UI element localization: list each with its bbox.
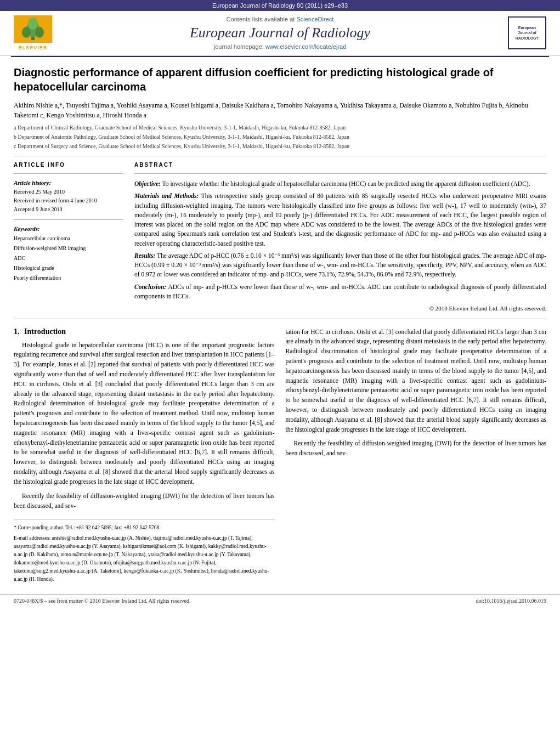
- bottom-bar: 0720-048X/$ – see front matter © 2010 El…: [0, 594, 560, 607]
- issn-text: 0720-048X/$ – see front matter © 2010 El…: [14, 598, 191, 604]
- article-info-heading: ARTICLE INFO: [14, 162, 123, 168]
- elsevier-text: ELSEVIER: [19, 45, 48, 50]
- right-para-placeholder: tation for HCC in cirrhosis. Oishi et al…: [286, 327, 547, 435]
- right-body-text: tation for HCC in cirrhosis. Oishi et al…: [286, 327, 547, 459]
- methods-text: This retrospective study group consisted…: [134, 193, 546, 246]
- revised-date: Received in revised form 4 June 2010: [14, 196, 123, 205]
- article-divider-1: [14, 156, 546, 156]
- abstract-section: ABSTRACT Objective: To investigate wheth…: [134, 162, 546, 313]
- keywords-divider: [14, 219, 123, 220]
- affiliations: a Department of Clinical Radiology, Grad…: [14, 123, 546, 150]
- body-divider: [14, 319, 546, 319]
- journal-header: ELSEVIER Contents lists available at Sci…: [0, 11, 560, 56]
- affiliation-a: a Department of Clinical Radiology, Grad…: [14, 123, 546, 132]
- intro-para2: Recently the feasibility of diffusion-we…: [14, 491, 275, 511]
- sciencedirect-link[interactable]: ScienceDirect: [296, 16, 333, 22]
- journal-center: Contents lists available at ScienceDirec…: [60, 15, 500, 50]
- body-section: 1. Introduction Histological grade in he…: [14, 327, 546, 586]
- accepted-date: Accepted 9 June 2010: [14, 205, 123, 214]
- journal-top-bar: European Journal of Radiology 80 (2011) …: [0, 0, 560, 11]
- affiliation-c: c Department of Surgery and Science, Gra…: [14, 142, 546, 150]
- footnotes: * Corresponding author. Tel.: +81 92 642…: [14, 519, 275, 584]
- abstract-heading: ABSTRACT: [134, 162, 546, 168]
- abstract-conclusion: Conclusion: ADCs of mp- and p-HCCs were …: [134, 282, 546, 302]
- email-addresses: anishie@radiol.med.kyushu-u.ac.jp (A. Ni…: [14, 535, 269, 582]
- abstract-results: Results: The average ADC of p-HCC (0.76 …: [134, 251, 546, 280]
- conclusion-text: ADCs of mp- and p-HCCs were lower than t…: [134, 284, 546, 299]
- elsevier-logo: ELSEVIER: [11, 15, 55, 50]
- results-text: The average ADC of p-HCC (0.76 ± 0.10 × …: [134, 252, 546, 278]
- keywords-list: Hepatocellular carcinoma Diffusion-weigh…: [14, 234, 123, 283]
- abstract-objective: Objective: To investigate whether the hi…: [134, 179, 546, 189]
- recently-text: Recently: [294, 440, 316, 446]
- ejr-logo-box: EuropeanJournal ofRADIOLOGY: [508, 16, 546, 49]
- article-info-section: ARTICLE INFO Article history: Received 2…: [14, 162, 123, 283]
- intro-body: Histological grade in hepatocellular car…: [14, 341, 275, 511]
- intro-title: Introduction: [24, 327, 66, 336]
- right-para-2: Recently the feasibility of diffusion-we…: [286, 439, 547, 459]
- article-content: Diagnostic performance of apparent diffu…: [0, 57, 560, 594]
- page-wrapper: European Journal of Radiology 80 (2011) …: [0, 0, 560, 741]
- affiliation-b: b Department of Anatomic Pathology, Grad…: [14, 133, 546, 141]
- body-col-right: tation for HCC in cirrhosis. Oishi et al…: [286, 327, 547, 586]
- doi-text: doi:10.1016/j.ejrad.2010.06.019: [476, 598, 546, 604]
- article-title: Diagnostic performance of apparent diffu…: [14, 65, 546, 94]
- conclusion-label: Conclusion:: [134, 284, 166, 290]
- intro-num: 1.: [14, 327, 20, 336]
- intro-heading: 1. Introduction: [14, 327, 275, 336]
- abstract-text: Objective: To investigate whether the hi…: [134, 179, 546, 313]
- email-footnote: E-mail addresses: anishie@radiol.med.kyu…: [14, 534, 275, 584]
- journal-homepage-url[interactable]: www.elsevier.com/locate/ejrad: [265, 43, 346, 50]
- article-dates: Received 25 May 2010 Received in revised…: [14, 188, 123, 214]
- elsevier-logo-box: [14, 15, 52, 43]
- keyword-3: ADC: [14, 253, 123, 263]
- copyright: © 2010 Elsevier Ireland Ltd. All rights …: [134, 304, 546, 313]
- article-info-col: ARTICLE INFO Article history: Received 2…: [14, 162, 123, 313]
- abstract-col: ABSTRACT Objective: To investigate wheth…: [134, 162, 546, 313]
- corresponding-footnote: * Corresponding author. Tel.: +81 92 642…: [14, 524, 275, 532]
- objective-text: To investigate whether the histological …: [162, 180, 530, 187]
- objective-label: Objective:: [134, 180, 161, 187]
- svg-point-3: [35, 27, 44, 38]
- keyword-1: Hepatocellular carcinoma: [14, 234, 123, 244]
- authors-line: Akihiro Nishie a,*, Tsuyoshi Tajima a, Y…: [14, 100, 546, 120]
- svg-point-2: [22, 27, 31, 38]
- email-label: E-mail addresses:: [14, 535, 50, 541]
- contents-link: Contents lists available at ScienceDirec…: [60, 16, 500, 22]
- journal-logo-right: EuropeanJournal ofRADIOLOGY: [505, 15, 549, 50]
- article-info-abstract: ARTICLE INFO Article history: Received 2…: [14, 162, 546, 313]
- keyword-2: Diffusion-weighted MR imaging: [14, 244, 123, 253]
- received-date: Received 25 May 2010: [14, 188, 123, 196]
- keyword-5: Poorly differentiation: [14, 273, 123, 283]
- abstract-divider: [134, 173, 546, 174]
- intro-para1: Histological grade in hepatocellular car…: [14, 341, 275, 487]
- authors-text: Akihiro Nishie a,*, Tsuyoshi Tajima a, Y…: [14, 101, 528, 119]
- journal-citation: European Journal of Radiology 80 (2011) …: [212, 2, 348, 9]
- abstract-methods: Materials and Methods: This retrospectiv…: [134, 191, 546, 248]
- methods-label: Materials and Methods:: [134, 193, 199, 199]
- keywords-label: Keywords:: [14, 225, 123, 232]
- history-label: Article history:: [14, 179, 123, 186]
- homepage-link: journal homepage: www.elsevier.com/locat…: [60, 43, 500, 50]
- info-divider: [14, 173, 123, 174]
- journal-title: European Journal of Radiology: [60, 25, 500, 41]
- body-col-left: 1. Introduction Histological grade in he…: [14, 327, 275, 586]
- keyword-4: Histological grade: [14, 263, 123, 273]
- results-label: Results:: [134, 252, 155, 259]
- svg-point-4: [28, 18, 38, 30]
